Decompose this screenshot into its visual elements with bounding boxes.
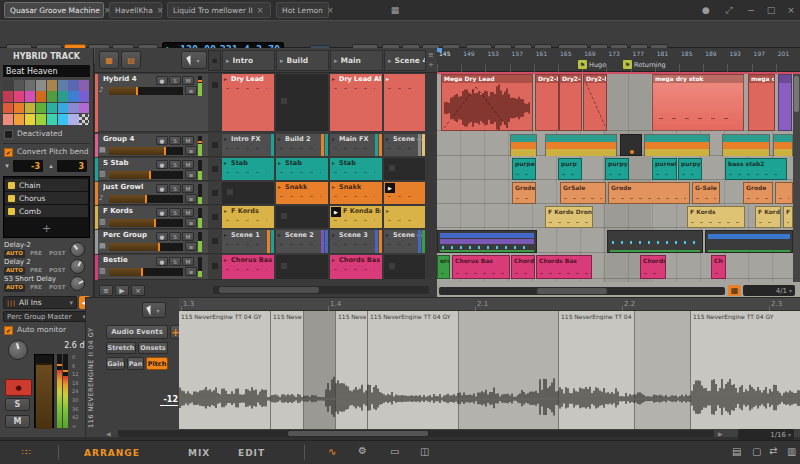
group-lane-segment[interactable]	[722, 134, 770, 156]
group-lane-segment[interactable]	[773, 134, 793, 156]
pitch-offset-value[interactable]: -12	[160, 395, 178, 406]
palette-swatch[interactable]	[79, 114, 89, 125]
arranger-clip[interactable]: Dry2-b	[535, 74, 559, 131]
palette-swatch[interactable]	[79, 103, 89, 114]
perc-block[interactable]	[437, 230, 537, 253]
track-name[interactable]: F Kords	[103, 207, 155, 216]
launcher-empty-slot[interactable]	[276, 255, 328, 279]
dual-display-icon[interactable]: ◫	[420, 446, 429, 457]
track-arm-button[interactable]: ●	[156, 136, 168, 145]
palette-swatch[interactable]	[3, 91, 13, 102]
arm-record-button[interactable]: ●	[5, 379, 32, 396]
cue-marker[interactable]: ⚑	[578, 60, 587, 69]
track-mute-button[interactable]: M	[182, 232, 194, 241]
launcher-clip[interactable]: ▸Chorus Bas	[222, 255, 274, 279]
perc-block[interactable]	[607, 230, 703, 253]
clip-stop-cell[interactable]	[208, 74, 221, 132]
mix-tab[interactable]: MIX	[188, 448, 210, 458]
minimize-icon[interactable]: −	[744, 3, 758, 17]
track-header[interactable]: Group 4●SM▤≡	[95, 134, 208, 157]
gain-button[interactable]: Gain	[106, 357, 125, 370]
launcher-clip[interactable]: ▸Scene 3	[330, 230, 382, 253]
maximize-icon[interactable]: □	[764, 3, 778, 17]
arranger-clip[interactable]	[775, 182, 793, 204]
send-mode-post[interactable]: POST	[47, 250, 67, 258]
track-fader[interactable]	[109, 268, 183, 276]
track-menu-button[interactable]: ≡	[185, 267, 197, 276]
tab-close-icon[interactable]: ×	[257, 6, 264, 15]
palette-swatch[interactable]	[3, 103, 13, 114]
palette-swatch[interactable]	[68, 103, 78, 114]
palette-swatch[interactable]	[47, 103, 57, 114]
scrollbar-thumb[interactable]	[794, 76, 799, 112]
clip-stop-cell[interactable]	[208, 158, 221, 181]
palette-swatch[interactable]	[36, 114, 46, 125]
launcher-clip[interactable]: ▸Scene 2	[276, 230, 328, 253]
launcher-clip[interactable]: ▸Stab	[330, 158, 382, 180]
palette-swatch[interactable]	[58, 114, 68, 125]
perc-block[interactable]	[705, 230, 793, 253]
panel-grid-icon[interactable]: ▦	[388, 3, 402, 17]
arranger-clip[interactable]: Grode	[512, 182, 536, 204]
launcher-clip[interactable]: ▸Main FX	[330, 134, 382, 156]
clip-stop-cell[interactable]	[208, 255, 221, 280]
deactivated-checkbox[interactable]	[4, 130, 13, 139]
arranger-clip[interactable]	[778, 74, 792, 131]
palette-swatch[interactable]	[14, 103, 24, 114]
arranger-clip[interactable]: purnel	[652, 158, 677, 180]
output-select[interactable]: Perc Group Master ▾	[3, 311, 90, 322]
track-arm-button[interactable]: ●	[156, 76, 168, 85]
track-fader[interactable]	[109, 147, 183, 155]
palette-swatch[interactable]	[36, 103, 46, 114]
device-item[interactable]: Chain	[5, 179, 88, 191]
track-header[interactable]: F Kords●SM▥≡	[95, 206, 208, 229]
track-arm-button[interactable]: ●	[156, 160, 168, 169]
arranger-clip[interactable]: Chorus Bas	[452, 255, 510, 279]
arranger-clip[interactable]: F Kord	[755, 206, 781, 228]
clip-stop-cell[interactable]	[208, 206, 221, 229]
launcher-clip[interactable]: ▸Scene 4	[384, 134, 425, 156]
track-fader[interactable]	[109, 171, 183, 179]
clip-stop-cell[interactable]	[208, 182, 221, 205]
cue-marker[interactable]: ⚑	[623, 60, 632, 69]
status-dots-icon[interactable]: ∷∷	[22, 448, 36, 459]
track-arm-button[interactable]: ●	[156, 232, 168, 241]
fader-handle[interactable]	[36, 363, 52, 429]
track-solo-button[interactable]: S	[169, 232, 181, 241]
automation-curve-icon[interactable]: ∿	[328, 446, 336, 457]
pitch-button[interactable]: Pitch	[146, 357, 168, 370]
track-arm-button[interactable]: ●	[156, 257, 168, 266]
arranger-timeline-ruler[interactable]: 1451491531571611651691731771811851891931…	[437, 48, 800, 72]
track-name-field[interactable]: Beat Heaven	[3, 65, 90, 77]
scrollbar-thumb[interactable]	[537, 288, 607, 294]
palette-swatch[interactable]	[68, 80, 78, 91]
launcher-empty-slot[interactable]	[276, 74, 328, 131]
track-fader[interactable]	[109, 195, 183, 203]
track-header[interactable]: Hybrid 4●SM♪≡	[95, 74, 208, 132]
close-footer-icon[interactable]: ×	[131, 285, 145, 296]
arranger-clip[interactable]: Grode	[608, 182, 690, 204]
arranger-vertical-scrollbar[interactable]	[793, 74, 800, 282]
file-panel-icon[interactable]: ▢	[752, 446, 761, 457]
device-item[interactable]: Comb	[5, 205, 88, 217]
pan-button[interactable]: Pan	[127, 357, 144, 370]
group-lane-segment[interactable]	[510, 134, 537, 156]
launcher-clip[interactable]: ▸Scene 4	[384, 230, 425, 253]
track-header[interactable]: S Stab●SM▥≡	[95, 158, 208, 181]
clip-stop-cell[interactable]	[208, 134, 221, 157]
track-arm-button[interactable]: ●	[156, 208, 168, 217]
track-arm-button[interactable]: ●	[156, 184, 168, 193]
send-knob[interactable]	[70, 276, 85, 291]
arranger-clip[interactable]: Chords	[511, 255, 535, 279]
scrollbar-thumb[interactable]	[219, 287, 319, 293]
arranger-clip[interactable]: F	[783, 206, 793, 228]
palette-swatch[interactable]	[14, 80, 24, 91]
launcher-clip[interactable]: ▸Build 2	[276, 134, 328, 156]
arranger-clip[interactable]: purpyl	[678, 158, 702, 180]
editor-hscrollbar[interactable]	[118, 430, 714, 437]
palette-swatch[interactable]	[68, 114, 78, 125]
scrollbar-thumb[interactable]	[288, 431, 428, 436]
track-fader[interactable]	[109, 219, 183, 227]
track-name[interactable]: S Stab	[103, 159, 155, 168]
launcher-clip[interactable]: ▶F Konda Bru	[330, 206, 382, 228]
